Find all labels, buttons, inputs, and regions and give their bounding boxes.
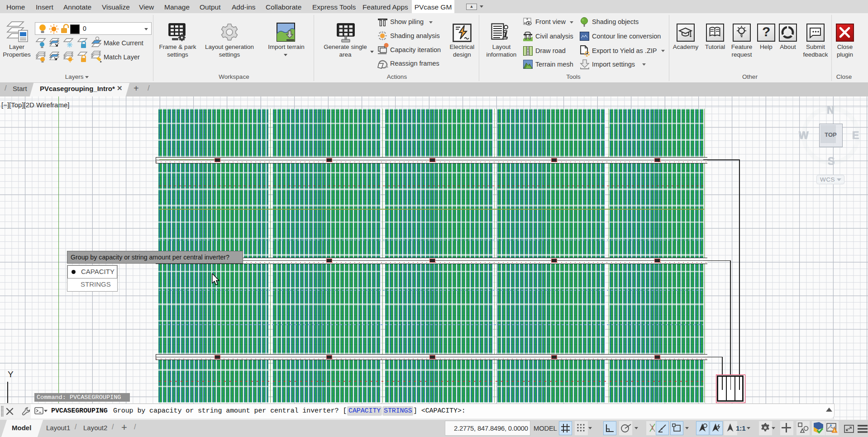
svg-text:!: ! (834, 429, 835, 433)
